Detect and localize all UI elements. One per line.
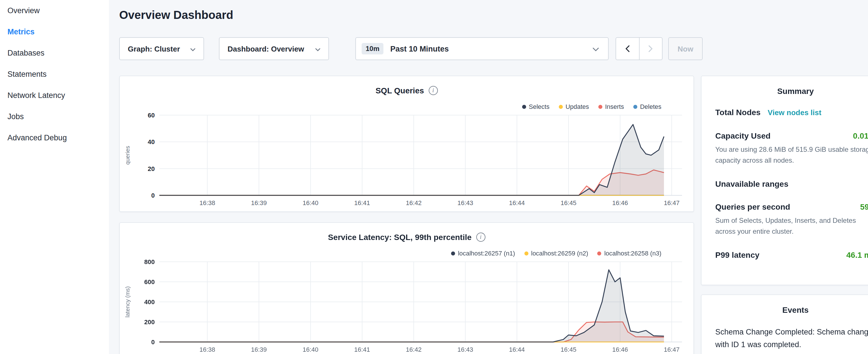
- legend-item-updates: Updates: [559, 103, 589, 110]
- svg-text:16:45: 16:45: [560, 199, 576, 206]
- svg-text:60: 60: [148, 112, 155, 119]
- svg-text:16:39: 16:39: [251, 346, 267, 353]
- chevron-left-icon: [625, 45, 630, 52]
- chart-legend: localhost:26257 (n1) localhost:26259 (n2…: [451, 250, 661, 257]
- legend-item-deletes: Deletes: [633, 103, 661, 110]
- previous-time-window-button[interactable]: [616, 38, 639, 60]
- sidebar-item-metrics[interactable]: Metrics: [7, 21, 109, 42]
- summary-label: Capacity Used: [715, 131, 771, 140]
- svg-text:16:43: 16:43: [457, 346, 473, 353]
- legend-item-selects: Selects: [522, 103, 549, 110]
- sidebar-item-network-latency[interactable]: Network Latency: [7, 85, 109, 106]
- event-message: Schema Change Completed: Schema change w…: [715, 326, 868, 351]
- time-range-dropdown[interactable]: 10m Past 10 Minutes: [355, 37, 609, 60]
- sql-queries-chart-card: SQL Queries i Selects Updates Inserts De…: [119, 75, 694, 212]
- svg-text:16:40: 16:40: [303, 346, 318, 353]
- chevron-right-icon: [649, 45, 653, 52]
- sidebar-item-overview[interactable]: Overview: [7, 0, 109, 21]
- svg-text:16:40: 16:40: [303, 199, 318, 206]
- legend-dot: [598, 104, 602, 108]
- svg-text:400: 400: [144, 298, 155, 305]
- info-icon[interactable]: i: [429, 86, 438, 95]
- service-latency-plot[interactable]: 020040060080016:3816:3916:4016:4116:4216…: [120, 256, 694, 354]
- legend-dot: [451, 251, 455, 255]
- svg-text:600: 600: [144, 279, 155, 286]
- svg-text:800: 800: [144, 258, 155, 265]
- legend-label: localhost:26259 (n2): [531, 250, 588, 257]
- legend-label: Deletes: [640, 103, 661, 110]
- summary-value: 0.01%: [853, 131, 868, 140]
- svg-text:queries: queries: [124, 146, 131, 165]
- summary-row-total-nodes: Total Nodes View nodes list 3: [702, 107, 868, 118]
- sidebar-item-jobs[interactable]: Jobs: [7, 106, 109, 127]
- legend-item-n1: localhost:26257 (n1): [451, 250, 515, 257]
- svg-text:16:47: 16:47: [664, 199, 679, 206]
- chart-title: SQL Queries: [375, 86, 424, 95]
- legend-label: localhost:26257 (n1): [458, 250, 515, 257]
- svg-text:16:43: 16:43: [457, 199, 473, 206]
- svg-text:16:39: 16:39: [251, 199, 267, 206]
- svg-text:16:41: 16:41: [354, 199, 370, 206]
- service-latency-chart-card: Service Latency: SQL, 99th percentile i …: [119, 222, 694, 354]
- dashboard-selector-label: Dashboard: Overview: [227, 44, 304, 53]
- next-time-window-button[interactable]: [639, 38, 662, 60]
- summary-description: Sum of Selects, Updates, Inserts, and De…: [715, 215, 868, 236]
- sidebar-item-statements[interactable]: Statements: [7, 64, 109, 85]
- info-icon[interactable]: i: [476, 232, 486, 242]
- time-range-label: Past 10 Minutes: [390, 44, 449, 53]
- event-item[interactable]: Schema Change Completed: Schema change w…: [702, 326, 868, 354]
- summary-description: You are using 28.6 MiB of 515.9 GiB usab…: [715, 144, 868, 165]
- chevron-down-icon: [190, 44, 195, 53]
- summary-row-queries-per-second: Queries per second 59.7 Sum of Selects, …: [702, 202, 868, 236]
- svg-text:16:46: 16:46: [612, 346, 628, 353]
- sql-queries-plot[interactable]: 020406016:3816:3916:4016:4116:4216:4316:…: [120, 109, 694, 213]
- svg-text:latency (ms): latency (ms): [124, 286, 131, 318]
- svg-text:16:38: 16:38: [199, 346, 215, 353]
- cluster-summary-panel: Summary Total Nodes View nodes list 3 Ca…: [701, 75, 868, 285]
- svg-text:16:47: 16:47: [664, 346, 679, 353]
- legend-dot: [524, 251, 528, 255]
- chevron-down-icon: [593, 44, 599, 53]
- legend-label: Inserts: [605, 103, 624, 110]
- chart-title: Service Latency: SQL, 99th percentile: [328, 232, 471, 242]
- time-range-badge: 10m: [362, 43, 383, 55]
- svg-text:16:44: 16:44: [509, 199, 525, 206]
- chart-legend: Selects Updates Inserts Deletes: [522, 103, 661, 110]
- summary-title: Summary: [702, 76, 868, 107]
- dashboard-selector-dropdown[interactable]: Dashboard: Overview: [219, 37, 329, 60]
- svg-text:200: 200: [144, 319, 155, 326]
- sidebar-item-advanced-debug[interactable]: Advanced Debug: [7, 127, 109, 148]
- summary-label: Total Nodes: [715, 108, 761, 117]
- summary-value: 46.1 ms: [846, 251, 868, 260]
- now-button[interactable]: Now: [668, 37, 703, 60]
- legend-item-inserts: Inserts: [598, 103, 624, 110]
- graph-selector-dropdown[interactable]: Graph: Cluster: [119, 37, 204, 60]
- events-title: Events: [702, 295, 868, 326]
- svg-text:0: 0: [151, 339, 155, 346]
- summary-value: 59.7: [860, 202, 868, 212]
- legend-item-n2: localhost:26259 (n2): [524, 250, 588, 257]
- page-title: Overview Dashboard: [119, 9, 233, 22]
- svg-text:0: 0: [151, 192, 155, 199]
- summary-label: Unavailable ranges: [715, 179, 788, 189]
- legend-dot: [597, 251, 601, 255]
- events-panel: Events Schema Change Completed: Schema c…: [701, 294, 868, 354]
- summary-row-capacity-used: Capacity Used 0.01% You are using 28.6 M…: [702, 131, 868, 165]
- svg-text:16:46: 16:46: [612, 199, 628, 206]
- view-nodes-list-link[interactable]: View nodes list: [768, 108, 821, 117]
- svg-text:20: 20: [148, 165, 155, 172]
- svg-text:16:42: 16:42: [406, 199, 422, 206]
- svg-text:16:41: 16:41: [354, 346, 370, 353]
- summary-row-p99-latency: P99 latency 46.1 ms: [702, 251, 868, 260]
- legend-label: localhost:26258 (n3): [604, 250, 661, 257]
- svg-text:16:44: 16:44: [509, 346, 525, 353]
- legend-dot: [522, 104, 526, 108]
- legend-label: Updates: [565, 103, 589, 110]
- chevron-down-icon: [315, 44, 320, 53]
- legend-dot: [559, 104, 562, 108]
- legend-item-n3: localhost:26258 (n3): [597, 250, 661, 257]
- graph-selector-label: Graph: Cluster: [128, 44, 180, 53]
- sidebar-item-databases[interactable]: Databases: [7, 42, 109, 64]
- svg-text:16:42: 16:42: [406, 346, 422, 353]
- metrics-dashboard-page: Overview Metrics Databases Statements Ne…: [0, 0, 868, 354]
